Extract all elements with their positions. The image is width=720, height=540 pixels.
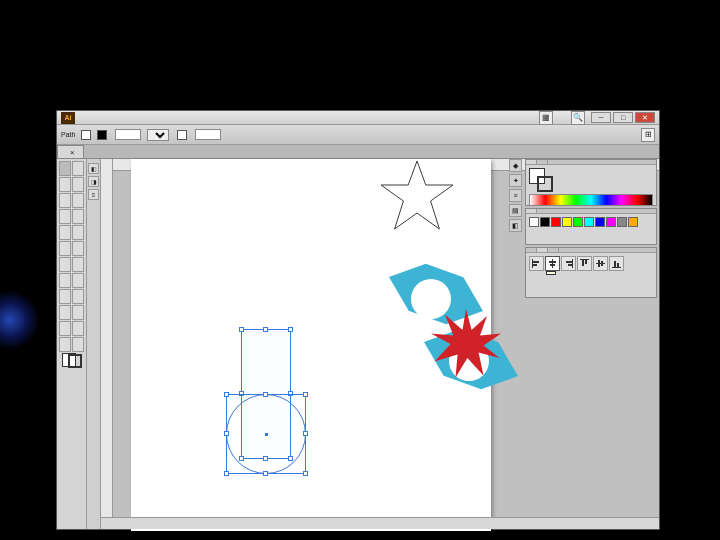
selection-handle[interactable] — [239, 327, 244, 332]
fill-swatch[interactable] — [81, 130, 91, 140]
brush-select[interactable] — [147, 129, 169, 141]
document-tab[interactable]: × — [57, 145, 84, 158]
gradient-tool[interactable] — [72, 289, 84, 304]
maximize-button[interactable]: □ — [613, 112, 633, 123]
swatch[interactable] — [551, 217, 561, 227]
shape-builder-tool[interactable] — [59, 273, 71, 288]
horizontal-align-right-button[interactable] — [561, 256, 576, 271]
collapsed-panel-icon[interactable]: ≡ — [509, 189, 522, 202]
tab-pathfinder[interactable] — [548, 248, 559, 252]
paintbrush-tool[interactable] — [59, 225, 71, 240]
eyedropper-tool[interactable] — [59, 305, 71, 320]
minimize-button[interactable]: ─ — [591, 112, 611, 123]
fill-stroke-control[interactable] — [62, 353, 82, 368]
status-bar — [101, 517, 659, 529]
direct-selection-tool[interactable] — [72, 161, 84, 176]
selection-handle[interactable] — [288, 327, 293, 332]
close-button[interactable]: ✕ — [635, 112, 655, 123]
free-transform-tool[interactable] — [72, 257, 84, 272]
swatch[interactable] — [595, 217, 605, 227]
stroke-box[interactable] — [68, 354, 82, 368]
swatch[interactable] — [529, 217, 539, 227]
collapsed-panel-icon[interactable]: ◨ — [88, 176, 99, 187]
selected-circle[interactable] — [226, 394, 306, 474]
selection-handle[interactable] — [224, 392, 229, 397]
horizontal-align-left-button[interactable] — [529, 256, 544, 271]
color-panel[interactable] — [525, 159, 657, 206]
starburst-shape[interactable] — [431, 309, 501, 379]
swatch[interactable] — [573, 217, 583, 227]
selection-handle[interactable] — [303, 392, 308, 397]
svg-rect-16 — [582, 260, 584, 266]
collapsed-panel-strip-left: ◧ ◨ ≡ — [87, 159, 101, 529]
collapsed-panel-icon[interactable]: ✦ — [509, 174, 522, 187]
selection-handle[interactable] — [224, 471, 229, 476]
blend-tool[interactable] — [72, 305, 84, 320]
width-tool[interactable] — [59, 257, 71, 272]
canvas-area[interactable]: ◆ ✦ ≡ ▤ ◧ — [101, 159, 659, 529]
collapsed-panel-icon[interactable]: ◧ — [88, 163, 99, 174]
graph-tool[interactable] — [72, 321, 84, 336]
selection-handle[interactable] — [224, 431, 229, 436]
horizontal-align-center-button[interactable] — [545, 256, 560, 271]
zoom-tool[interactable] — [72, 337, 84, 352]
selection-handle[interactable] — [263, 471, 268, 476]
line-tool[interactable] — [59, 209, 71, 224]
swatch[interactable] — [584, 217, 594, 227]
swatch[interactable] — [540, 217, 550, 227]
pen-tool[interactable] — [59, 193, 71, 208]
close-tab-icon[interactable]: × — [70, 148, 75, 157]
tab-swatches[interactable] — [526, 209, 537, 213]
selection-center-icon — [265, 433, 268, 436]
stroke-swatch[interactable] — [97, 130, 107, 140]
stroke-weight-input[interactable] — [115, 129, 141, 140]
selection-handle[interactable] — [263, 392, 268, 397]
doc-setup-icon[interactable]: ⊞ — [641, 128, 655, 142]
collapsed-panel-icon[interactable]: ▤ — [509, 204, 522, 217]
opacity-input[interactable] — [195, 129, 221, 140]
rotate-tool[interactable] — [59, 241, 71, 256]
swatches-panel[interactable] — [525, 208, 657, 245]
style-swatch[interactable] — [177, 130, 187, 140]
titlebar: Ai ▦ 🔍 ─ □ ✕ — [57, 111, 659, 125]
vertical-align-center-button[interactable] — [593, 256, 608, 271]
swatch[interactable] — [606, 217, 616, 227]
panel-fill-stroke[interactable] — [529, 168, 553, 192]
mesh-tool[interactable] — [59, 289, 71, 304]
hand-tool[interactable] — [59, 337, 71, 352]
type-tool[interactable] — [72, 193, 84, 208]
tab-color-guide[interactable] — [537, 160, 548, 164]
scale-tool[interactable] — [72, 241, 84, 256]
selection-tool[interactable] — [59, 161, 71, 176]
star-outline-shape[interactable] — [377, 157, 457, 237]
magic-wand-tool[interactable] — [59, 177, 71, 192]
vertical-align-top-button[interactable] — [577, 256, 592, 271]
swatch[interactable] — [562, 217, 572, 227]
svg-rect-23 — [617, 263, 619, 267]
symbol-sprayer-tool[interactable] — [59, 321, 71, 336]
artboard[interactable] — [131, 159, 491, 531]
search-icon[interactable]: 🔍 — [571, 111, 585, 125]
selection-handle[interactable] — [303, 471, 308, 476]
collapsed-panel-icon[interactable]: ◆ — [509, 159, 522, 172]
color-spectrum[interactable] — [529, 194, 653, 206]
align-panel[interactable] — [525, 247, 657, 298]
perspective-tool[interactable] — [72, 273, 84, 288]
selection-handle[interactable] — [303, 431, 308, 436]
swatch[interactable] — [628, 217, 638, 227]
tab-transform[interactable] — [526, 248, 537, 252]
svg-rect-12 — [572, 259, 573, 268]
swatch[interactable] — [617, 217, 627, 227]
collapsed-panel-icon[interactable]: ◧ — [509, 219, 522, 232]
tab-align[interactable] — [537, 248, 548, 252]
tab-color[interactable] — [526, 160, 537, 164]
svg-rect-21 — [612, 267, 621, 268]
pencil-tool[interactable] — [72, 225, 84, 240]
vertical-align-bottom-button[interactable] — [609, 256, 624, 271]
bridge-icon[interactable]: ▦ — [539, 111, 553, 125]
lasso-tool[interactable] — [72, 177, 84, 192]
rectangle-tool[interactable] — [72, 209, 84, 224]
collapsed-panel-icon[interactable]: ≡ — [88, 189, 99, 200]
vertical-ruler[interactable] — [101, 159, 113, 529]
selection-handle[interactable] — [263, 327, 268, 332]
